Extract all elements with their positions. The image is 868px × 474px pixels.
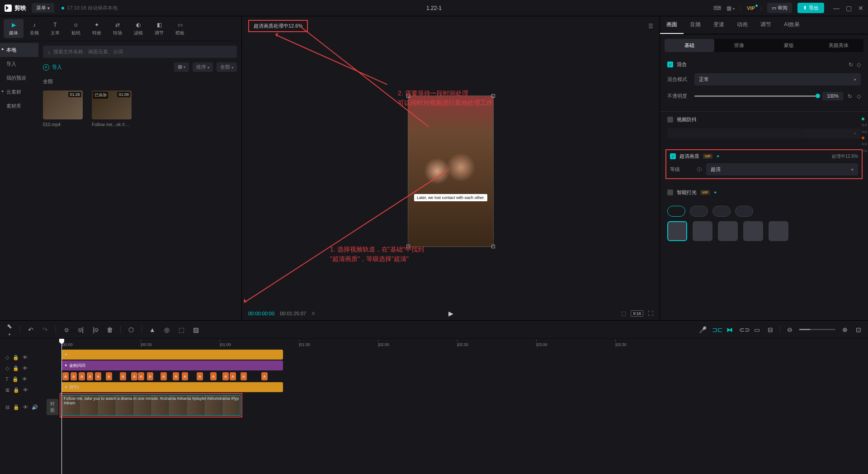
track-eye-icon[interactable]: 👁 [22, 376, 27, 382]
tool-tab-调节[interactable]: ◧调节 [149, 19, 169, 38]
stabilize-checkbox[interactable] [667, 117, 673, 123]
resize-handle[interactable] [406, 245, 410, 248]
cut-mode-tool[interactable]: ⊟ [766, 326, 774, 333]
text-clip[interactable]: A [173, 372, 179, 380]
play-button[interactable]: ▶ [448, 310, 453, 317]
delete-tool[interactable]: 🗑 [106, 326, 114, 333]
track-lock-icon[interactable]: 🔒 [13, 387, 19, 393]
right-tab-调节[interactable]: 调节 [754, 16, 778, 34]
audio-clip[interactable]: ✦ [61, 350, 283, 360]
level-select[interactable]: 超清 ▾ [706, 163, 858, 175]
track-lock-icon[interactable]: 🔒 [13, 404, 19, 410]
track-eye-icon[interactable]: 👁 [23, 365, 28, 371]
cover-button[interactable]: 封面 [47, 399, 58, 415]
opacity-value[interactable]: 100% [822, 92, 843, 100]
fullscreen-icon[interactable]: ⛶ [648, 310, 653, 317]
track-eye-icon[interactable]: 👁 [23, 387, 28, 393]
link-tool[interactable]: ⧓ [726, 326, 734, 333]
track-adjust-icon[interactable]: ⊞ [5, 387, 9, 393]
sub-tab-蒙版[interactable]: 蒙版 [764, 39, 814, 52]
mirror-tool[interactable]: ▨ [192, 326, 200, 333]
info-icon[interactable]: ⓘ [697, 166, 702, 173]
export-button[interactable]: ⬆ 导出 [797, 3, 824, 13]
reset-icon[interactable]: ↻ [848, 93, 852, 100]
text-clip[interactable]: A [210, 372, 217, 380]
reset-icon[interactable]: ↻ [849, 62, 853, 68]
track-eye-icon[interactable]: 👁 [23, 404, 28, 410]
face-preset[interactable] [667, 221, 687, 241]
text-clip[interactable]: A [79, 372, 85, 380]
preset-item[interactable] [735, 206, 753, 217]
text-clip[interactable]: A [87, 372, 93, 380]
tool-tab-贴纸[interactable]: ☺贴纸 [66, 19, 86, 38]
text-clip[interactable]: A [106, 372, 112, 380]
resize-handle[interactable] [491, 94, 495, 98]
right-tab-AI效果[interactable]: AI效果 [778, 16, 806, 34]
mark-tool[interactable]: ⬡ [127, 326, 135, 333]
aspect-ratio[interactable]: 9:16 [631, 310, 643, 317]
right-tab-变速[interactable]: 变速 [707, 16, 731, 34]
blend-mode-select[interactable]: 正常 ▾ [694, 73, 861, 85]
text-clip[interactable]: A [197, 372, 203, 380]
filter-button[interactable]: 全部 ▾ [217, 62, 237, 72]
close-icon[interactable]: ✕ [858, 5, 863, 12]
text-clip[interactable]: A [147, 372, 153, 380]
sidebar-item-library[interactable]: 素材库 [0, 99, 38, 113]
tool-tab-模板[interactable]: ▭模板 [170, 19, 190, 38]
effect-clip[interactable]: ✦ 金粉闪闪 [61, 360, 283, 370]
tool-tab-转场[interactable]: ⇄转场 [108, 19, 127, 38]
keyframe-icon[interactable]: ◇ [857, 93, 861, 100]
layout-icon[interactable]: ▦ ▾ [726, 5, 735, 11]
import-button[interactable]: + 导入 [43, 64, 62, 71]
tool-tab-文本[interactable]: T文本 [45, 19, 65, 38]
sub-tab-美颜美体[interactable]: 美颜美体 [814, 39, 863, 52]
sub-tab-抠像[interactable]: 抠像 [714, 39, 764, 52]
text-clip[interactable]: A [95, 372, 101, 380]
playhead[interactable] [61, 339, 62, 474]
preset-item[interactable] [667, 206, 685, 217]
maximize-icon[interactable]: ▢ [846, 5, 852, 12]
sidebar-item-import[interactable]: 导入 [0, 57, 38, 71]
fit-icon[interactable]: ⊡ [854, 326, 863, 333]
select-tool[interactable]: ⬉ ▾ [5, 322, 14, 337]
video-clip[interactable]: Follow me, take you to watch a drama in … [61, 395, 241, 416]
sidebar-item-local[interactable]: 本地 [0, 43, 38, 57]
tool-tab-媒体[interactable]: ▶媒体 [4, 19, 24, 38]
adjust-clip[interactable]: ✦ 调节1 [61, 382, 283, 392]
zoom-slider[interactable] [799, 329, 835, 330]
text-clip[interactable]: A [241, 372, 247, 380]
track-lock-icon[interactable]: 🔒 [12, 376, 19, 382]
track-stack-icon[interactable]: ⊟ [5, 404, 9, 410]
preset-item[interactable] [690, 206, 708, 217]
blend-checkbox[interactable]: ✓ [667, 62, 673, 67]
relight-checkbox[interactable] [667, 190, 673, 195]
text-clip[interactable]: A [62, 372, 69, 380]
text-clip[interactable]: A [120, 372, 126, 380]
track-visibility-icon[interactable]: ◇ [5, 355, 9, 360]
text-clip[interactable]: A [138, 372, 144, 380]
undo-button[interactable]: ↶ [27, 326, 35, 333]
record-tool[interactable]: ▲ [148, 326, 156, 333]
freeze-tool[interactable]: ◎ [163, 326, 171, 333]
track-eye-icon[interactable]: 👁 [23, 355, 28, 360]
media-item[interactable]: 已添加01:08Follow me...ok #3.mp4 [92, 90, 132, 127]
search-input[interactable]: ⌕ 搜索文件名称、画面元素、台词 [43, 46, 237, 58]
sidebar-item-cloud[interactable]: 云素材 [0, 85, 38, 99]
tool-tab-音频[interactable]: ♪音频 [24, 19, 44, 38]
menu-button[interactable]: 菜单 ▾ [32, 3, 54, 13]
text-clip[interactable]: A [182, 372, 188, 380]
track-lock-icon[interactable]: 🔒 [13, 365, 19, 371]
volume-icon[interactable]: ≡ [311, 310, 315, 317]
resize-handle[interactable] [491, 245, 495, 248]
text-clip[interactable]: A [261, 372, 268, 380]
track-lock-icon[interactable]: 🔒 [13, 355, 19, 360]
video-preview[interactable]: Later, we lost contact with each other. [408, 95, 494, 247]
face-preset[interactable] [718, 221, 738, 241]
tool-tab-滤镜[interactable]: ◐滤镜 [128, 19, 148, 38]
track-visibility-icon[interactable]: ◇ [5, 365, 9, 371]
face-preset[interactable] [693, 221, 712, 241]
text-clip[interactable]: A [222, 372, 229, 380]
text-clip[interactable]: A [131, 372, 137, 380]
crop-tool[interactable]: ⬚ [177, 326, 185, 333]
redo-button[interactable]: ↷ [41, 326, 49, 333]
